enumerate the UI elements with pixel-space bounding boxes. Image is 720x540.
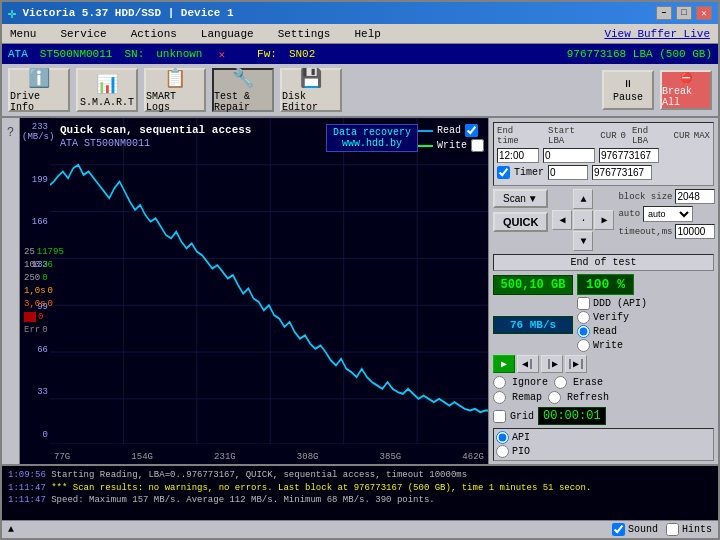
- smart-logs-button[interactable]: 📋 SMART Logs: [144, 68, 206, 112]
- size-stat-box: 500,10 GB: [493, 275, 573, 295]
- quick-label: QUICK: [503, 216, 538, 228]
- err-250-val: 0: [42, 273, 47, 283]
- quick-button[interactable]: QUICK: [493, 212, 548, 232]
- device-model: ST500NM0011: [40, 48, 113, 60]
- log-line-1: 1:11:47 *** Scan results: no warnings, n…: [8, 482, 712, 495]
- time-lba-row: [497, 148, 710, 163]
- scan-area: Scan ▼ QUICK ▲ ◀ · ▶: [493, 189, 714, 251]
- write-radio[interactable]: [577, 339, 590, 352]
- x-label-2: 231G: [214, 452, 236, 462]
- smart-button[interactable]: 📊 S.M.A.R.T: [76, 68, 138, 112]
- disk-editor-button[interactable]: 💾 Disk Editor: [280, 68, 342, 112]
- ignore-radio[interactable]: [493, 376, 506, 389]
- sound-checkbox[interactable]: [612, 523, 625, 536]
- data-recovery-box: Data recovery www.hdd.by: [326, 124, 418, 152]
- arrow-down[interactable]: ▼: [573, 231, 593, 251]
- speed-stat-row: 76 MB/s DDD (API) Verify Read: [493, 297, 714, 352]
- left-icon-1[interactable]: ?: [7, 126, 14, 140]
- break-label: Break All: [662, 86, 710, 108]
- menu-help[interactable]: Help: [350, 27, 384, 41]
- toolbar: ℹ️ Drive Info 📊 S.M.A.R.T 📋 SMART Logs 🔧…: [2, 64, 718, 116]
- write-checkbox[interactable]: [471, 139, 484, 152]
- lba-header-row: End time Start LBA CUR 0 End LBA CUR MAX: [497, 126, 710, 146]
- maximize-button[interactable]: □: [676, 6, 692, 20]
- menu-view-buffer[interactable]: View Buffer Live: [600, 27, 714, 41]
- auto-select[interactable]: auto: [643, 206, 693, 222]
- ignore-erase-row: Ignore Erase: [493, 376, 714, 389]
- timeout-input[interactable]: [675, 224, 715, 239]
- grid-label: Grid: [510, 411, 534, 422]
- device-close[interactable]: ✕: [218, 48, 225, 61]
- break-icon: ⛔: [680, 72, 692, 84]
- block-size-input[interactable]: [675, 189, 715, 204]
- block-timeout-section: block size auto auto timeout,ms: [618, 189, 715, 239]
- menu-language[interactable]: Language: [197, 27, 258, 41]
- read-checkbox[interactable]: [465, 124, 478, 137]
- size-stat-row: 500,10 GB 100 %: [493, 274, 714, 295]
- scan-button[interactable]: Scan ▼: [493, 189, 548, 208]
- read-radio[interactable]: [577, 325, 590, 338]
- menu-service[interactable]: Service: [56, 27, 110, 41]
- main-window: ✛ Victoria 5.37 HDD/SSD | Device 1 – □ ✕…: [0, 0, 720, 540]
- err-250-label: 250: [24, 273, 40, 283]
- test-repair-button[interactable]: 🔧 Test & Repair: [212, 68, 274, 112]
- verify-label: Verify: [593, 312, 629, 323]
- arrow-up[interactable]: ▲: [573, 189, 593, 209]
- err-value: 0: [42, 325, 47, 335]
- y-label-7: 0: [22, 430, 48, 440]
- percent-box: 100 %: [577, 274, 634, 295]
- verify-radio[interactable]: [577, 311, 590, 324]
- y-label-2: 166: [22, 217, 48, 227]
- start-lba-input[interactable]: [543, 148, 595, 163]
- pio-label: PIO: [512, 446, 530, 457]
- err-indicators: 25 11795 100 26 250 0 1,0s 0 3,0s 0: [24, 247, 64, 335]
- timer-checkbox[interactable]: [497, 166, 510, 179]
- x-label-5: 462G: [462, 452, 484, 462]
- play-button[interactable]: ▶: [493, 355, 515, 373]
- ddd-checkbox[interactable]: [577, 297, 590, 310]
- toolbar-area: ATA ST500NM0011 SN: unknown ✕ Fw: SN02 9…: [2, 44, 718, 118]
- menu-actions[interactable]: Actions: [127, 27, 181, 41]
- err-25-val: 11795: [37, 247, 64, 257]
- timeout-label: timeout,ms: [618, 227, 672, 237]
- drive-info-button[interactable]: ℹ️ Drive Info: [8, 68, 70, 112]
- break-all-button[interactable]: ⛔ Break All: [660, 70, 712, 110]
- timeout-row: timeout,ms: [618, 224, 715, 239]
- hints-checkbox[interactable]: [666, 523, 679, 536]
- pio-radio[interactable]: [496, 445, 509, 458]
- scan-buttons: Scan ▼ QUICK: [493, 189, 548, 232]
- arrow-right[interactable]: ▶: [594, 210, 614, 230]
- refresh-radio[interactable]: [548, 391, 561, 404]
- arrow-center[interactable]: ·: [573, 210, 593, 230]
- lba-info: 976773168 LBA (500 GB): [567, 48, 712, 60]
- close-button[interactable]: ✕: [696, 6, 712, 20]
- legend-write: Write: [413, 139, 484, 152]
- err-red-indicator: [24, 312, 36, 322]
- remap-radio[interactable]: [493, 391, 506, 404]
- timer-input[interactable]: [548, 165, 588, 180]
- drive-info-label: Drive Info: [10, 91, 68, 113]
- next-button[interactable]: |▶: [541, 355, 563, 373]
- main-area: ? 233 (MB/s) 199 166 133 99 66 33 0: [2, 118, 718, 464]
- erase-radio[interactable]: [554, 376, 567, 389]
- end-lba-input[interactable]: [599, 148, 659, 163]
- grid-checkbox[interactable]: [493, 410, 506, 423]
- arrow-left[interactable]: ◀: [552, 210, 572, 230]
- app-icon: ✛: [8, 5, 16, 22]
- prev-button[interactable]: ◀|: [517, 355, 539, 373]
- end-button[interactable]: |▶|: [565, 355, 587, 373]
- scan-dropdown-icon: ▼: [528, 193, 538, 204]
- end-lba2-input[interactable]: [592, 165, 652, 180]
- menu-menu[interactable]: Menu: [6, 27, 40, 41]
- pause-button[interactable]: ⏸ Pause: [602, 70, 654, 110]
- stats-section: 500,10 GB 100 % 76 MB/s DDD (API) Verify: [493, 274, 714, 352]
- minimize-button[interactable]: –: [656, 6, 672, 20]
- time-input[interactable]: [497, 148, 539, 163]
- block-size-row: block size: [618, 189, 715, 204]
- ignore-label: Ignore: [512, 377, 548, 388]
- hints-label: Hints: [682, 524, 712, 535]
- log-time-0: 1:09:56: [8, 470, 46, 480]
- menu-settings[interactable]: Settings: [274, 27, 335, 41]
- api-radio[interactable]: [496, 431, 509, 444]
- graph-svg: [50, 118, 488, 444]
